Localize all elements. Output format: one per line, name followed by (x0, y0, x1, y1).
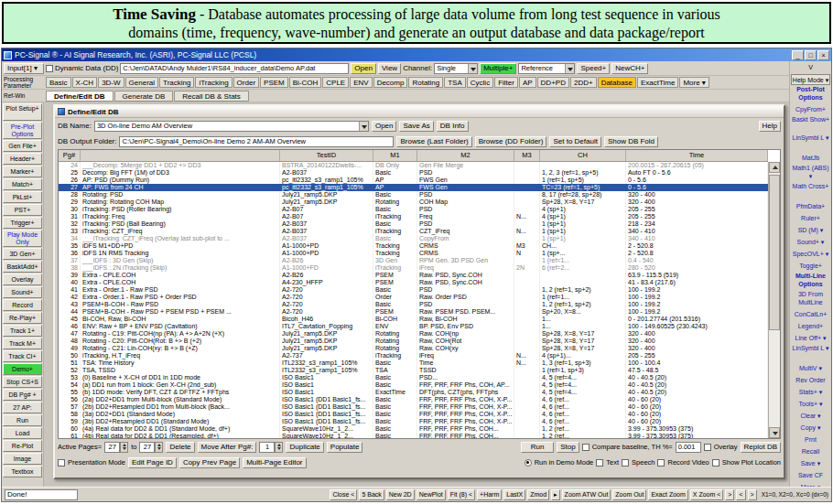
table-row[interactable]: 39Extra - CPLE.COHA2-B26PSEMRaw. PSD, Sy… (59, 272, 768, 279)
copy-prev-page-button[interactable]: Copy Prev Page (179, 457, 240, 468)
right-sidebar-button[interactable]: V (791, 62, 830, 73)
processing-tab[interactable]: DD+PD (537, 77, 569, 88)
processing-tab[interactable]: CPLE (322, 77, 349, 88)
table-row[interactable]: 46ENV: Raw + BP + ENV PSD (Cavitation)IT… (59, 323, 768, 330)
stop-button[interactable]: Stop (557, 442, 579, 453)
show-plot-location-checkbox[interactable] (712, 459, 719, 466)
text-checkbox[interactable] (596, 459, 603, 466)
db-folder-field[interactable]: C:\Jen\PC-Signal4_Demo\On-line Demo 2 AM… (119, 136, 394, 147)
table-row[interactable]: 28Rotating: PSDJuly21_ramp5.DKPBasicPSD8… (59, 191, 768, 198)
status-bar-button[interactable]: Close < (330, 489, 357, 500)
scroll-up-icon[interactable] (769, 162, 780, 173)
db-save-as-button[interactable]: Save As (399, 121, 433, 132)
table-row[interactable]: 33iTracking: CZT_iFreqA2-B037iTrackingCZ… (59, 228, 768, 235)
table-row[interactable]: 48Rotating - C20: Pitt-COH(Rot: B +> B (… (59, 338, 768, 345)
left-sidebar-button[interactable]: Track M+ (3, 338, 42, 349)
table-row[interactable]: 47Rotating - C19: Pitt-COH(np (PA): A +>… (59, 330, 768, 338)
status-bar-button[interactable]: > (748, 489, 757, 500)
set-to-default-button[interactable]: Set to Default (549, 136, 600, 147)
left-sidebar-button[interactable]: Record (3, 299, 42, 311)
processing-tab[interactable]: PSEM (260, 77, 288, 88)
edit-page-id-button[interactable]: Edit Page ID (128, 457, 177, 468)
left-sidebar-button[interactable]: Trigger+ (3, 217, 42, 229)
status-bar-button[interactable]: NewPlot (416, 489, 446, 500)
right-sidebar-button[interactable]: Math Cross+ (791, 183, 830, 200)
right-sidebar-button[interactable]: Rev Order (791, 375, 830, 386)
left-sidebar-button[interactable]: Match+ (3, 178, 42, 190)
processing-tab[interactable]: ExactTime (637, 77, 679, 88)
table-row[interactable]: 58(3a) DD2+DD1 (Standard Mode)ISO Basic1… (59, 411, 768, 418)
right-sidebar-button[interactable]: LinSymbl L ▾ (791, 134, 830, 152)
show-db-folder-button[interactable]: Show DB Fold (604, 136, 658, 147)
close-button[interactable]: × (817, 50, 829, 60)
table-row[interactable]: 41Extra - Order.1 - Raw PSDA2-720BasicPS… (59, 286, 768, 294)
table-header-cell[interactable]: TestID (280, 150, 373, 161)
status-bar-button[interactable]: > (725, 489, 734, 500)
right-sidebar-button[interactable]: Save CF (791, 470, 830, 481)
compare-baseline-checkbox[interactable] (582, 444, 590, 451)
table-row[interactable]: 38___iDFS : 2N iTracking (Skip)A1-1000+F… (59, 264, 768, 272)
left-sidebar-button[interactable]: BasktAdd+ (3, 261, 42, 273)
processing-tab[interactable]: More ▾ (679, 77, 709, 88)
left-sidebar-button[interactable]: Overlay (3, 273, 42, 285)
right-sidebar-button[interactable]: Multi-Line Options (791, 273, 830, 290)
left-sidebar-button[interactable]: Gen File+ (3, 140, 42, 152)
left-sidebar-button[interactable]: Play Mode Only (3, 230, 42, 247)
processing-tab[interactable]: Cyclic (467, 77, 493, 88)
right-sidebar-button[interactable]: LinSymbl L ▾ (791, 345, 830, 362)
multiple-channel-button[interactable]: Multiple+ (480, 63, 516, 74)
table-scrollbar[interactable] (768, 162, 780, 438)
dynamic-data-checkbox[interactable] (46, 65, 53, 72)
scroll-down-icon[interactable] (769, 427, 780, 438)
table-row[interactable]: 61(4b) Real data for DD2 & DD1 (Resample… (59, 433, 768, 438)
processing-tab[interactable]: Decomp (373, 77, 408, 88)
processing-tab[interactable]: Database (598, 77, 636, 88)
record-video-checkbox[interactable] (657, 459, 665, 466)
right-sidebar-button[interactable]: SpecOVL+ ▾ (791, 249, 830, 260)
status-bar-button[interactable]: 5 Back (359, 489, 384, 500)
move-after-spinner[interactable]: 1 (259, 442, 283, 453)
status-bar-button[interactable]: New 2D (386, 489, 415, 500)
left-sidebar-button[interactable]: Plot Setup+ (3, 103, 42, 121)
multi-page-editor-button[interactable]: Multi-Page Editor (243, 457, 306, 468)
refwin-tab[interactable]: Generate DB (114, 91, 174, 102)
browse-dd-folder-button[interactable]: Browse (DD Folder) (475, 136, 547, 147)
left-sidebar-button[interactable]: 3D Gen+ (3, 248, 42, 260)
minimize-button[interactable]: _ (792, 50, 804, 60)
left-sidebar-button[interactable]: Track CI+ (3, 350, 42, 362)
left-sidebar-button[interactable]: Load (3, 427, 42, 439)
table-header-cell[interactable]: M2 (417, 150, 514, 161)
table-header-cell[interactable]: Time (626, 150, 768, 161)
table-row[interactable]: 31iTracking: FreqA2-B07iTrackingFreqN...… (59, 213, 768, 220)
processing-tab[interactable]: iTracking (195, 77, 232, 88)
table-header-cell[interactable] (81, 150, 280, 161)
status-bar-button[interactable]: Zoom ATW Out (562, 489, 611, 500)
right-sidebar-button[interactable]: Ruler+ (791, 213, 830, 224)
right-sidebar-button[interactable]: Baskt Show+ (791, 116, 830, 134)
left-sidebar-button[interactable]: Textbox (3, 466, 42, 477)
processing-tab[interactable]: Rotating (408, 77, 443, 88)
right-sidebar-button[interactable]: Copy ▾ (791, 423, 830, 434)
status-bar-button[interactable]: Zoom Out (612, 489, 646, 500)
right-sidebar-button[interactable]: CpyFrom+ (791, 104, 830, 115)
right-sidebar-button[interactable]: Tools+ ▾ (791, 399, 830, 410)
table-row[interactable]: 43PSEM+B-COH - Raw PSDA2-720BasicPSD1, 2… (59, 301, 768, 308)
table-row[interactable]: 34___iTracking: CZT_iFreq (Overlay last … (59, 235, 768, 242)
processing-tab[interactable]: X-CH (72, 77, 98, 88)
left-sidebar-button[interactable]: Stop CS+S (3, 376, 42, 388)
table-row[interactable]: 29Rotating: Rotating COH MapJuly21_ramp5… (59, 198, 768, 206)
processing-tab[interactable]: General (125, 77, 158, 88)
help-button[interactable]: Help (759, 121, 781, 132)
new-channel-button[interactable]: NewCH+ (611, 63, 648, 74)
status-bar-button[interactable]: ▸ (551, 489, 560, 500)
table-row[interactable]: 32iTracking: PSD (Ball Bearing)A2-B037Ba… (59, 220, 768, 228)
left-sidebar-button[interactable]: Marker+ (3, 166, 42, 177)
right-sidebar-button[interactable]: SD (M) ▾ (791, 225, 830, 236)
left-sidebar-button[interactable]: Header+ (3, 153, 42, 165)
table-row[interactable]: 36iDFS 1N RMS TrackingA1-1000+PDTracking… (59, 250, 768, 257)
left-sidebar-button[interactable]: Demo+ (3, 363, 42, 375)
dd-path-field[interactable]: C:\Jen\DATAD\Andy Mulder1\RS84_inducer_d… (120, 63, 349, 74)
table-row[interactable]: 40Extra - CPLE.COHA4-230_HFFPPSEMRaw. PS… (59, 279, 768, 286)
browse-last-folder-button[interactable]: Browse (Last Folder) (396, 136, 471, 147)
status-bar-button[interactable]: X Zoom < (690, 489, 724, 500)
